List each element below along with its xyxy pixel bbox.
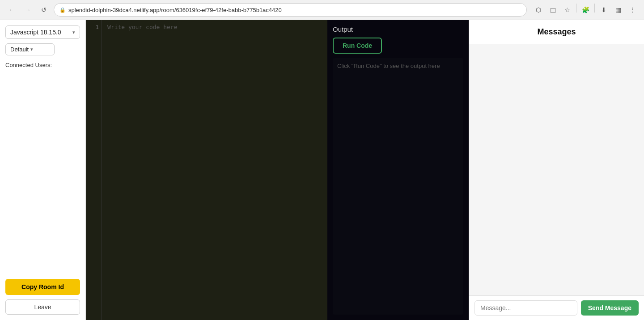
extension-icon: 🧩 bbox=[582, 6, 589, 13]
refresh-button[interactable]: ↺ bbox=[38, 4, 50, 16]
output-placeholder: Click "Run Code" to see the output here bbox=[337, 63, 440, 69]
language-selector[interactable]: Javascript 18.15.0 ▾ bbox=[5, 25, 80, 39]
editor-area: 1 bbox=[86, 20, 327, 320]
screenshot-button[interactable]: ◫ bbox=[547, 4, 559, 16]
send-message-button[interactable]: Send Message bbox=[581, 300, 639, 316]
forward-button[interactable]: → bbox=[21, 4, 34, 16]
browser-chrome: ← → ↺ 🔒 splendid-dolphin-39dca4.netlify.… bbox=[0, 0, 644, 20]
star-button[interactable]: ☆ bbox=[561, 4, 573, 16]
messages-footer: Send Message bbox=[469, 295, 644, 320]
language-label: Javascript 18.15.0 bbox=[10, 29, 61, 36]
messages-panel: Messages Send Message bbox=[469, 20, 644, 320]
messages-body bbox=[469, 44, 644, 295]
code-editor[interactable] bbox=[102, 20, 327, 320]
output-label: Output bbox=[333, 25, 463, 33]
star-icon: ☆ bbox=[564, 6, 570, 13]
cast-button[interactable]: ⬡ bbox=[532, 4, 545, 16]
screenshot-icon: ◫ bbox=[550, 6, 556, 13]
theme-label: Default bbox=[10, 46, 29, 53]
language-chevron-icon: ▾ bbox=[72, 29, 75, 35]
barcode-button[interactable]: ▦ bbox=[612, 4, 624, 16]
copy-room-id-button[interactable]: Copy Room Id bbox=[5, 279, 80, 295]
url-text: splendid-dolphin-39dca4.netlify.app/room… bbox=[68, 7, 282, 13]
separator2 bbox=[594, 4, 595, 13]
download-button[interactable]: ⬇ bbox=[597, 4, 610, 16]
app-container: Javascript 18.15.0 ▾ Default ▾ Connected… bbox=[0, 20, 644, 320]
editor-inner: 1 bbox=[86, 20, 327, 320]
menu-icon: ⋮ bbox=[629, 6, 636, 13]
back-button[interactable]: ← bbox=[5, 4, 18, 16]
leave-button[interactable]: Leave bbox=[5, 299, 80, 315]
output-display: Click "Run Code" to see the output here bbox=[333, 58, 463, 315]
back-icon: ← bbox=[8, 6, 15, 13]
theme-chevron-icon: ▾ bbox=[30, 46, 33, 52]
theme-selector[interactable]: Default ▾ bbox=[5, 43, 55, 55]
line-numbers: 1 bbox=[86, 20, 102, 320]
extension-button[interactable]: 🧩 bbox=[579, 4, 592, 16]
messages-header: Messages bbox=[469, 20, 644, 44]
forward-icon: → bbox=[25, 6, 31, 13]
sidebar-spacer bbox=[5, 73, 80, 274]
menu-button[interactable]: ⋮ bbox=[626, 4, 639, 16]
lock-icon: 🔒 bbox=[59, 7, 66, 13]
run-code-button[interactable]: Run Code bbox=[333, 38, 382, 54]
download-icon: ⬇ bbox=[601, 6, 606, 13]
message-input[interactable] bbox=[475, 300, 577, 316]
refresh-icon: ↺ bbox=[41, 6, 47, 13]
connected-users-label: Connected Users: bbox=[5, 62, 80, 68]
cast-icon: ⬡ bbox=[536, 6, 541, 13]
barcode-icon: ▦ bbox=[615, 6, 621, 13]
output-panel: Output Run Code Click "Run Code" to see … bbox=[327, 20, 469, 320]
browser-actions: ⬡ ◫ ☆ 🧩 ⬇ ▦ ⋮ bbox=[532, 4, 639, 16]
sidebar: Javascript 18.15.0 ▾ Default ▾ Connected… bbox=[0, 20, 86, 320]
separator bbox=[576, 4, 576, 13]
address-bar[interactable]: 🔒 splendid-dolphin-39dca4.netlify.app/ro… bbox=[54, 3, 527, 17]
line-number-1: 1 bbox=[89, 24, 99, 30]
